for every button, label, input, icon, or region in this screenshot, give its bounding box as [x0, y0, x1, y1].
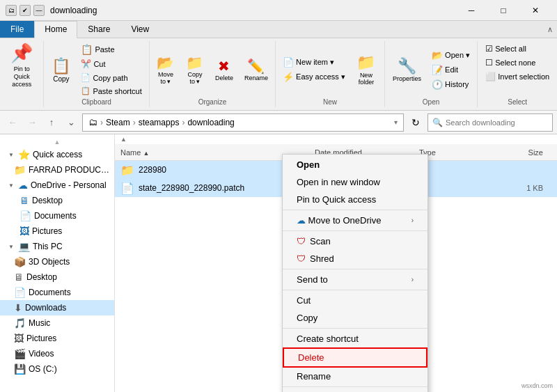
- pin-btn[interactable]: 📌 Pin to Quickaccess: [6, 42, 38, 106]
- tab-view[interactable]: View: [120, 21, 159, 38]
- ctx-move-onedrive[interactable]: ☁ Move to OneDrive ›: [283, 212, 427, 229]
- tab-share[interactable]: Share: [77, 21, 120, 38]
- copy-path-label: Copy path: [93, 74, 127, 82]
- paste-shortcut-label: Paste shortcut: [93, 87, 141, 95]
- sidebar-item-thispc[interactable]: ▼ 💻 This PC: [0, 239, 114, 254]
- ctx-create-shortcut[interactable]: Create shortcut: [283, 330, 427, 347]
- select-none-button[interactable]: ☐ Select none: [482, 56, 539, 69]
- sidebar-item-pictures2[interactable]: 🖼 Pictures: [0, 331, 114, 346]
- move-to-button[interactable]: 📂 Moveto ▾: [152, 52, 179, 87]
- maximize-button[interactable]: □: [487, 0, 519, 21]
- sidebar-item-desktop2[interactable]: 🖥 Desktop: [0, 269, 114, 285]
- ctx-scan[interactable]: 🛡Scan: [283, 233, 427, 250]
- ctx-sep-3: [283, 269, 427, 269]
- ctx-rename[interactable]: Rename: [283, 368, 427, 385]
- sidebar-item-pictures1[interactable]: 🖼 Pictures: [0, 224, 114, 239]
- ctx-cut[interactable]: Cut: [283, 292, 427, 309]
- history-button[interactable]: 🕐 History: [428, 78, 473, 91]
- pin-label: Pin to Quickaccess: [6, 65, 38, 88]
- open-button-ribbon[interactable]: 📂 Open ▾: [428, 49, 473, 62]
- watermark: wsxdn.com: [521, 382, 553, 389]
- ctx-delete[interactable]: Delete: [283, 347, 427, 368]
- new-label: New: [323, 97, 337, 106]
- select-all-label: Select all: [495, 45, 526, 53]
- quick-access-label: Quick access: [33, 150, 82, 159]
- delete-button-ribbon[interactable]: ✖ Delete: [211, 56, 237, 84]
- new-item-button[interactable]: 📄 New item ▾: [279, 56, 349, 69]
- sidebar-item-3d[interactable]: 📦 3D Objects: [0, 254, 114, 269]
- sidebar-item-quick-access[interactable]: ▼ ⭐ Quick access: [0, 147, 114, 162]
- easy-access-button[interactable]: ⚡ Easy access ▾: [279, 70, 349, 84]
- ribbon-tabs: File Home Share View ∧: [0, 21, 557, 38]
- new-folder-button[interactable]: 📁 Newfolder: [352, 52, 381, 88]
- nav-forward-button[interactable]: →: [24, 114, 40, 131]
- organize-label: Organize: [198, 97, 227, 106]
- address-bar[interactable]: 🗂 › Steam › steamapps › downloading ▾: [82, 113, 404, 132]
- sidebar-item-farrad[interactable]: 📁 FARRAD PRODUCTION: [0, 162, 114, 178]
- select-none-label: Select none: [495, 58, 535, 67]
- sidebar-item-downloads[interactable]: ⬇ Downloads: [0, 300, 114, 315]
- ctx-shred[interactable]: 🛡Shred: [283, 250, 427, 267]
- music-label: Music: [29, 318, 50, 328]
- tab-file[interactable]: File: [0, 21, 34, 38]
- pictures2-label: Pictures: [26, 334, 56, 343]
- edit-label: Edit: [445, 65, 458, 74]
- ctx-copy[interactable]: Copy: [283, 309, 427, 327]
- copy-to-button[interactable]: 📁 Copyto ▾: [182, 52, 208, 87]
- ctx-sep-5: [283, 328, 427, 329]
- titlebar-icon-2: ✔: [19, 5, 31, 16]
- ctx-open[interactable]: Open: [283, 156, 427, 173]
- close-button[interactable]: ✕: [519, 0, 551, 21]
- farrad-label: FARRAD PRODUCTION: [29, 165, 110, 175]
- sidebar-item-onedrive[interactable]: ▼ ☁ OneDrive - Personal: [0, 178, 114, 193]
- nav-up-button[interactable]: ↑: [43, 114, 60, 131]
- sidebar-item-videos[interactable]: 🎬 Videos: [0, 346, 114, 361]
- open-label: Open: [423, 97, 439, 106]
- copy-button[interactable]: 📋 Copy: [47, 55, 74, 85]
- paste-button[interactable]: 📋 Paste: [77, 42, 145, 56]
- search-box[interactable]: 🔍: [427, 113, 553, 132]
- easy-access-label: Easy access ▾: [296, 72, 345, 81]
- context-menu: Open Open in new window Pin to Quick acc…: [282, 154, 428, 392]
- ctx-properties[interactable]: Properties: [283, 389, 427, 392]
- file-size-patch: 1 KB: [496, 184, 551, 192]
- col-header-type[interactable]: Type: [419, 148, 496, 157]
- ribbon-group-pin: 📌 Pin to Quickaccess: [0, 41, 44, 107]
- tab-home[interactable]: Home: [34, 21, 77, 38]
- pictures1-label: Pictures: [32, 226, 62, 236]
- thispc-label: This PC: [33, 242, 63, 251]
- ctx-pin-quick[interactable]: Pin to Quick access: [283, 191, 427, 208]
- sidebar-item-music[interactable]: 🎵 Music: [0, 315, 114, 331]
- main-area: ▲ ▼ ⭐ Quick access 📁 FARRAD PRODUCTION ▼…: [0, 134, 557, 392]
- path-downloading: downloading: [187, 118, 234, 127]
- rename-button[interactable]: ✏️ Rename: [240, 56, 272, 84]
- sidebar-item-documents1[interactable]: 📄 Documents: [0, 208, 114, 224]
- properties-button[interactable]: 🔧 Properties: [389, 55, 425, 84]
- 3d-label: 3D Objects: [29, 257, 70, 267]
- edit-button[interactable]: 📝 Edit: [428, 63, 473, 77]
- paste-shortcut-button[interactable]: 📋 Paste shortcut: [77, 85, 145, 97]
- ctx-open-new-window[interactable]: Open in new window: [283, 173, 427, 191]
- documents1-label: Documents: [34, 211, 77, 221]
- ctx-sep-6: [283, 386, 427, 387]
- titlebar: 🗂 ✔ — downloading ─ □ ✕: [0, 0, 557, 21]
- ctx-sep-4: [283, 290, 427, 290]
- paste-label: Paste: [95, 45, 114, 54]
- titlebar-system-icons: 🗂 ✔ —: [6, 5, 45, 16]
- nav-recent-button[interactable]: ⌄: [63, 114, 79, 131]
- invert-selection-button[interactable]: ⬜ Invert selection: [482, 70, 553, 83]
- search-input[interactable]: [446, 118, 548, 127]
- ctx-send-to[interactable]: Send to ›: [283, 271, 427, 288]
- sidebar-item-desktop1[interactable]: 🖥 Desktop: [0, 193, 114, 208]
- nav-back-button[interactable]: ←: [4, 114, 21, 131]
- sidebar-item-documents2[interactable]: 📄 Documents: [0, 285, 114, 300]
- sidebar-item-osc[interactable]: 💾 OS (C:): [0, 361, 114, 377]
- copy-path-button[interactable]: 📄 Copy path: [77, 72, 145, 84]
- refresh-button[interactable]: ↻: [407, 113, 425, 132]
- ribbon: File Home Share View ∧ 📌 Pin to Quickacc…: [0, 21, 557, 111]
- ribbon-group-open: 🔧 Properties 📂 Open ▾ 📝 Edit 🕐 History: [385, 41, 478, 107]
- col-header-size[interactable]: Size: [496, 148, 551, 157]
- minimize-button[interactable]: ─: [455, 0, 487, 21]
- select-all-button[interactable]: ☑ Select all: [482, 42, 530, 55]
- cut-button[interactable]: ✂️ Cut: [77, 58, 145, 70]
